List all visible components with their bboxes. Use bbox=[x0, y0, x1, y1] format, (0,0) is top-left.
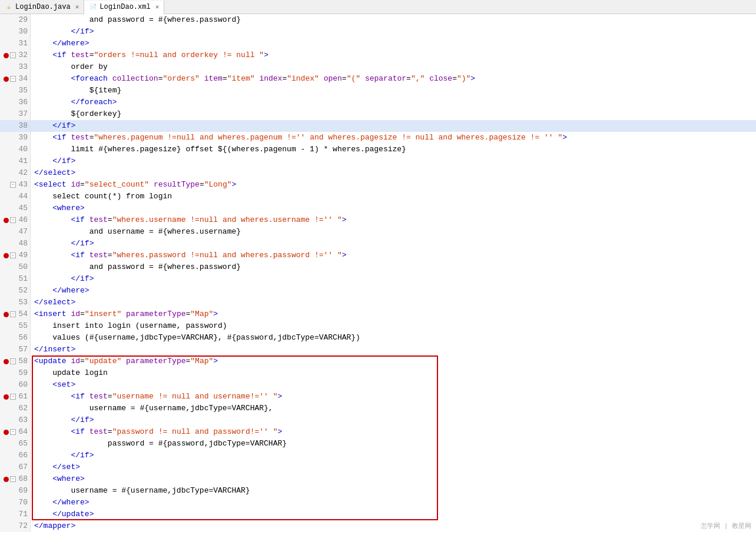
line-content-70: </where> bbox=[31, 497, 756, 509]
line-content-30: </if> bbox=[31, 26, 756, 38]
line-66: 66 </if> bbox=[0, 450, 756, 461]
line-content-48: </if> bbox=[31, 238, 756, 250]
line-content-53: </select> bbox=[31, 297, 756, 308]
line-num-36: 36 bbox=[0, 97, 31, 108]
line-content-65: password = #{password,jdbcType=VARCHAR} bbox=[31, 438, 756, 450]
line-content-58: <update id="update" parameterType="Map"> bbox=[31, 355, 756, 367]
fold-btn-61[interactable]: − bbox=[10, 394, 16, 400]
line-num-49: −49 bbox=[0, 250, 31, 261]
line-num-60: 60 bbox=[0, 379, 31, 391]
line-49: −49 <if test="wheres.password !=null and… bbox=[0, 250, 756, 261]
line-num-63: 63 bbox=[0, 414, 31, 426]
breakpoint-64 bbox=[4, 430, 9, 435]
line-41: 41 </if> bbox=[0, 155, 756, 167]
line-content-67: </set> bbox=[31, 461, 756, 473]
line-40: 40 limit #{wheres.pagesize} offset ${(wh… bbox=[0, 144, 756, 155]
line-num-41: 41 bbox=[0, 155, 31, 167]
line-32: −32 <if test="orders !=null and orderkey… bbox=[0, 49, 756, 61]
line-num-37: 37 bbox=[0, 108, 31, 120]
fold-btn-68[interactable]: − bbox=[10, 476, 16, 482]
fold-btn-46[interactable]: − bbox=[10, 217, 16, 223]
tab-java[interactable]: ☕ LoginDao.java ✕ bbox=[0, 0, 84, 14]
line-content-34: <foreach collection="orders" item="item"… bbox=[31, 73, 756, 85]
breakpoint-61 bbox=[4, 394, 9, 400]
line-num-72: 72 bbox=[0, 520, 31, 532]
line-content-63: </if> bbox=[31, 414, 756, 426]
line-54: −54<insert id="insert" parameterType="Ma… bbox=[0, 308, 756, 320]
line-num-42: 42 bbox=[0, 167, 31, 179]
tab-xml-close[interactable]: ✕ bbox=[155, 3, 160, 11]
fold-btn-43[interactable]: − bbox=[10, 182, 16, 188]
breakpoint-58 bbox=[4, 359, 9, 364]
fold-btn-64[interactable]: − bbox=[10, 429, 16, 435]
line-52: 52 </where> bbox=[0, 285, 756, 297]
breakpoint-32 bbox=[4, 53, 9, 58]
line-45: 45 <where> bbox=[0, 202, 756, 214]
line-content-38: </if> bbox=[31, 120, 756, 132]
line-num-69: 69 bbox=[0, 485, 31, 497]
line-num-70: 70 bbox=[0, 497, 31, 509]
line-num-46: −46 bbox=[0, 214, 31, 226]
line-content-59: update login bbox=[31, 367, 756, 379]
line-63: 63 </if> bbox=[0, 414, 756, 426]
line-44: 44 select count(*) from login bbox=[0, 191, 756, 202]
line-62: 62 username = #{username,jdbcType=VARCHA… bbox=[0, 403, 756, 414]
line-content-64: <if test="password != null and password!… bbox=[31, 426, 756, 438]
line-35: 35 ${item} bbox=[0, 85, 756, 97]
fold-btn-54[interactable]: − bbox=[10, 311, 16, 317]
line-num-53: 53 bbox=[0, 297, 31, 308]
fold-btn-34[interactable]: − bbox=[10, 76, 16, 82]
fold-btn-49[interactable]: − bbox=[10, 252, 16, 258]
line-content-66: </if> bbox=[31, 450, 756, 461]
fold-btn-58[interactable]: − bbox=[10, 358, 16, 364]
line-content-31: </where> bbox=[31, 38, 756, 49]
line-content-46: <if test="wheres.username !=null and whe… bbox=[31, 214, 756, 226]
line-content-51: </if> bbox=[31, 273, 756, 285]
line-content-49: <if test="wheres.password !=null and whe… bbox=[31, 250, 756, 261]
line-content-37: ${orderkey} bbox=[31, 108, 756, 120]
line-num-31: 31 bbox=[0, 38, 31, 49]
line-29: 29 and password = #{wheres.password} bbox=[0, 14, 756, 26]
line-num-68: −68 bbox=[0, 473, 31, 485]
line-55: 55 insert into login (username, password… bbox=[0, 320, 756, 332]
watermark: 怎学网 | 教星网 bbox=[701, 521, 751, 530]
line-57: 57</insert> bbox=[0, 344, 756, 355]
line-content-35: ${item} bbox=[31, 85, 756, 97]
line-36: 36 </foreach> bbox=[0, 97, 756, 108]
line-38: 38 </if> bbox=[0, 120, 756, 132]
line-34: −34 <foreach collection="orders" item="i… bbox=[0, 73, 756, 85]
line-num-44: 44 bbox=[0, 191, 31, 202]
line-num-34: −34 bbox=[0, 73, 31, 85]
line-59: 59 update login bbox=[0, 367, 756, 379]
breakpoint-34 bbox=[4, 77, 9, 82]
line-num-56: 56 bbox=[0, 332, 31, 344]
tab-java-label: LoginDao.java bbox=[15, 3, 71, 11]
line-48: 48 </if> bbox=[0, 238, 756, 250]
line-content-60: <set> bbox=[31, 379, 756, 391]
breakpoint-49 bbox=[4, 253, 9, 258]
line-num-62: 62 bbox=[0, 403, 31, 414]
line-num-55: 55 bbox=[0, 320, 31, 332]
line-content-42: </select> bbox=[31, 167, 756, 179]
line-num-67: 67 bbox=[0, 461, 31, 473]
fold-btn-32[interactable]: − bbox=[10, 52, 16, 58]
line-num-43: −43 bbox=[0, 179, 31, 191]
line-num-38: 38 bbox=[0, 120, 31, 132]
xml-file-icon: 📄 bbox=[89, 3, 97, 11]
line-num-47: 47 bbox=[0, 226, 31, 238]
line-content-29: and password = #{wheres.password} bbox=[31, 14, 756, 26]
line-content-45: <where> bbox=[31, 202, 756, 214]
java-file-icon: ☕ bbox=[5, 3, 13, 11]
line-content-43: <select id="select_count" resultType="Lo… bbox=[31, 179, 756, 191]
line-num-54: −54 bbox=[0, 308, 31, 320]
line-46: −46 <if test="wheres.username !=null and… bbox=[0, 214, 756, 226]
line-50: 50 and password = #{wheres.password} bbox=[0, 261, 756, 273]
line-70: 70 </where> bbox=[0, 497, 756, 509]
line-71: 71 </update> bbox=[0, 509, 756, 520]
tab-java-close[interactable]: ✕ bbox=[75, 3, 79, 11]
tab-xml[interactable]: 📄 LoginDao.xml ✕ bbox=[84, 1, 164, 14]
line-num-57: 57 bbox=[0, 344, 31, 355]
line-content-55: insert into login (username, password) bbox=[31, 320, 756, 332]
line-30: 30 </if> bbox=[0, 26, 756, 38]
line-content-72: </mapper> bbox=[31, 520, 756, 532]
